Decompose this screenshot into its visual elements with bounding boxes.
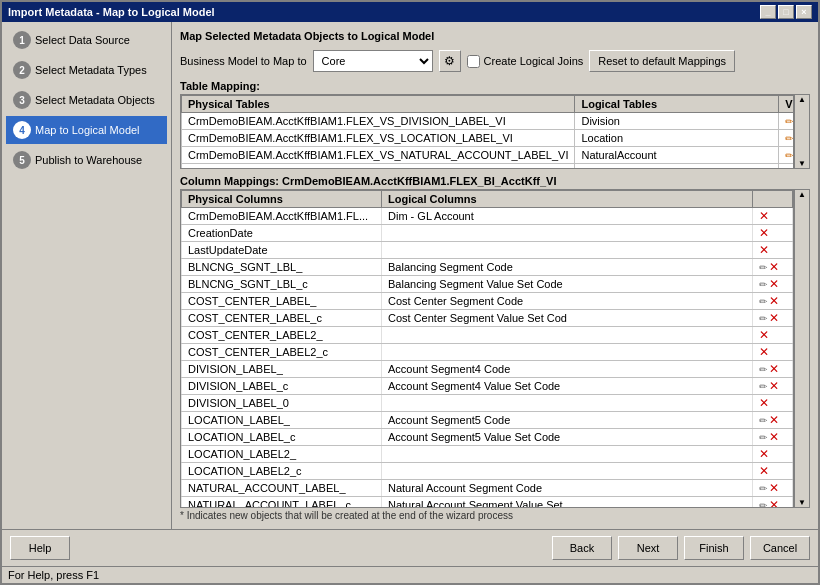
edit-icon[interactable]: ✏ <box>759 415 767 426</box>
delete-icon[interactable]: ✕ <box>759 447 769 461</box>
list-item[interactable]: NATURAL_ACCOUNT_LABEL_c Natural Account … <box>182 497 793 509</box>
delete-icon[interactable]: ✕ <box>769 430 779 444</box>
actions-cell: ✏ ✕ <box>753 480 793 497</box>
physical-column-cell: LOCATION_LABEL2_c <box>182 463 382 480</box>
delete-icon[interactable]: ✕ <box>769 311 779 325</box>
edit-icon[interactable]: ✏ <box>759 364 767 375</box>
physical-column-cell: DIVISION_LABEL_0 <box>182 395 382 412</box>
actions-cell: ✕ <box>753 327 793 344</box>
list-item[interactable]: BLNCNG_SGNT_LBL_ Balancing Segment Code … <box>182 259 793 276</box>
sidebar-item-step-3[interactable]: 3 Select Metadata Objects <box>6 86 167 114</box>
list-item[interactable]: LastUpdateDate ✕ <box>182 242 793 259</box>
list-item[interactable]: CreationDate ✕ <box>182 225 793 242</box>
delete-icon[interactable]: ✕ <box>759 396 769 410</box>
physical-column-cell: CrmDemoBIEAM.AcctKffBIAM1.FL... <box>182 208 382 225</box>
sidebar-item-step-2[interactable]: 2 Select Metadata Types <box>6 56 167 84</box>
edit-icon[interactable]: ✏ <box>759 381 767 392</box>
delete-icon[interactable]: ✕ <box>759 226 769 240</box>
physical-column-cell: COST_CENTER_LABEL2_ <box>182 327 382 344</box>
logical-column-cell: Cost Center Segment Value Set Cod <box>382 310 753 327</box>
delete-icon[interactable]: ✕ <box>759 209 769 223</box>
maximize-button[interactable]: □ <box>778 5 794 19</box>
table-row[interactable]: CrmDemoBIEAM.AcctKffBIAM1.FLEX_VS_LOCATI… <box>182 130 795 147</box>
list-item[interactable]: COST_CENTER_LABEL2_ ✕ <box>182 327 793 344</box>
close-button[interactable]: × <box>796 5 812 19</box>
list-item[interactable]: LOCATION_LABEL_c Account Segment5 Value … <box>182 429 793 446</box>
delete-icon[interactable]: ✕ <box>769 379 779 393</box>
list-item[interactable]: BLNCNG_SGNT_LBL_c Balancing Segment Valu… <box>182 276 793 293</box>
delete-icon[interactable]: ✕ <box>769 277 779 291</box>
table-row[interactable]: FLEX_VS_NATURAL_ACCOUNT_LABEL_VI Dim... … <box>182 164 795 170</box>
list-item[interactable]: COST_CENTER_LABEL2_c ✕ <box>182 344 793 361</box>
column-mappings-container[interactable]: Physical Columns Logical Columns CrmDemo… <box>180 189 794 508</box>
edit-icon[interactable]: ✏ <box>759 432 767 443</box>
table-scrollbar[interactable]: ▲ ▼ <box>794 94 810 169</box>
delete-icon[interactable]: ✕ <box>759 464 769 478</box>
physical-column-cell: LOCATION_LABEL_ <box>182 412 382 429</box>
edit-icon[interactable]: ✏ <box>759 313 767 324</box>
physical-column-cell: COST_CENTER_LABEL_c <box>182 310 382 327</box>
column-mappings-wrapper: Physical Columns Logical Columns CrmDemo… <box>180 189 810 508</box>
delete-icon[interactable]: ✕ <box>769 362 779 376</box>
scroll-up-arrow[interactable]: ▲ <box>795 95 809 104</box>
physical-column-cell: NATURAL_ACCOUNT_LABEL_ <box>182 480 382 497</box>
sidebar: 1 Select Data Source 2 Select Metadata T… <box>2 22 172 529</box>
physical-tables-table: Physical Tables Logical Tables VO Ty... … <box>181 95 794 169</box>
reset-mappings-button[interactable]: Reset to default Mappings <box>589 50 735 72</box>
delete-icon[interactable]: ✕ <box>769 294 779 308</box>
list-item[interactable]: LOCATION_LABEL2_ ✕ <box>182 446 793 463</box>
list-item[interactable]: DIVISION_LABEL_c Account Segment4 Value … <box>182 378 793 395</box>
edit-icon[interactable]: ✏ <box>759 296 767 307</box>
physical-column-cell: NATURAL_ACCOUNT_LABEL_c <box>182 497 382 509</box>
create-logical-joins-checkbox[interactable] <box>467 55 480 68</box>
cancel-button[interactable]: Cancel <box>750 536 810 560</box>
physical-column-cell: DIVISION_LABEL_ <box>182 361 382 378</box>
delete-icon[interactable]: ✕ <box>759 243 769 257</box>
list-item[interactable]: LOCATION_LABEL2_c ✕ <box>182 463 793 480</box>
sidebar-item-step-4[interactable]: 4 Map to Logical Model <box>6 116 167 144</box>
scroll-down-arrow[interactable]: ▼ <box>795 159 809 168</box>
list-item[interactable]: LOCATION_LABEL_ Account Segment5 Code ✏ … <box>182 412 793 429</box>
sidebar-item-step-5[interactable]: 5 Publish to Warehouse <box>6 146 167 174</box>
physical-column-cell: COST_CENTER_LABEL2_c <box>182 344 382 361</box>
logical-table-cell: NaturalAccount <box>575 147 779 164</box>
minimize-button[interactable]: _ <box>760 5 776 19</box>
col-scroll-down-arrow[interactable]: ▼ <box>795 498 809 507</box>
next-button[interactable]: Next <box>618 536 678 560</box>
col-scroll-up-arrow[interactable]: ▲ <box>795 190 809 199</box>
physical-column-cell: BLNCNG_SGNT_LBL_c <box>182 276 382 293</box>
delete-icon[interactable]: ✕ <box>769 498 779 508</box>
actions-cell: ✕ <box>753 344 793 361</box>
actions-cell: ✕ <box>753 242 793 259</box>
table-row[interactable]: CrmDemoBIEAM.AcctKffBIAM1.FLEX_VS_NATURA… <box>182 147 795 164</box>
list-item[interactable]: COST_CENTER_LABEL_c Cost Center Segment … <box>182 310 793 327</box>
list-item[interactable]: NATURAL_ACCOUNT_LABEL_ Natural Account S… <box>182 480 793 497</box>
list-item[interactable]: CrmDemoBIEAM.AcctKffBIAM1.FL... Dim - GL… <box>182 208 793 225</box>
physical-tables-container[interactable]: Physical Tables Logical Tables VO Ty... … <box>180 94 794 169</box>
window-controls: _ □ × <box>760 5 812 19</box>
finish-button[interactable]: Finish <box>684 536 744 560</box>
edit-icon[interactable]: ✏ <box>759 483 767 494</box>
actions-cell: ✕ <box>753 225 793 242</box>
business-model-dropdown[interactable]: Core <box>313 50 433 72</box>
list-item[interactable]: DIVISION_LABEL_ Account Segment4 Code ✏ … <box>182 361 793 378</box>
delete-icon[interactable]: ✕ <box>769 413 779 427</box>
settings-icon-button[interactable]: ⚙ <box>439 50 461 72</box>
list-item[interactable]: DIVISION_LABEL_0 ✕ <box>182 395 793 412</box>
status-bar: For Help, press F1 <box>2 566 818 583</box>
table-row[interactable]: CrmDemoBIEAM.AcctKffBIAM1.FLEX_VS_DIVISI… <box>182 113 795 130</box>
back-button[interactable]: Back <box>552 536 612 560</box>
sidebar-item-step-1[interactable]: 1 Select Data Source <box>6 26 167 54</box>
col-map-scrollbar[interactable]: ▲ ▼ <box>794 189 810 508</box>
vo-type-cell: ✏ ✕ Normal <box>779 130 794 147</box>
delete-icon[interactable]: ✕ <box>759 345 769 359</box>
edit-icon[interactable]: ✏ <box>759 262 767 273</box>
delete-icon[interactable]: ✕ <box>769 481 779 495</box>
edit-icon[interactable]: ✏ <box>759 279 767 290</box>
help-button[interactable]: Help <box>10 536 70 560</box>
list-item[interactable]: COST_CENTER_LABEL_ Cost Center Segment C… <box>182 293 793 310</box>
delete-icon[interactable]: ✕ <box>769 260 779 274</box>
edit-icon[interactable]: ✏ <box>759 500 767 509</box>
delete-icon[interactable]: ✕ <box>759 328 769 342</box>
nav-buttons: Back Next Finish Cancel <box>552 536 810 560</box>
